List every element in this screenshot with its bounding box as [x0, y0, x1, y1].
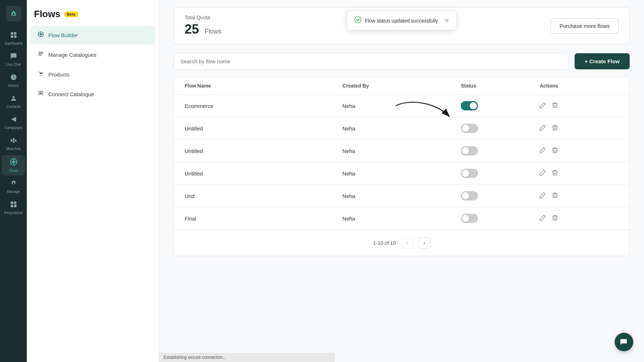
- header-actions: Actions: [540, 83, 619, 89]
- edit-icon[interactable]: [540, 147, 546, 155]
- sidebar-item-history[interactable]: History: [2, 71, 25, 90]
- status-toggle[interactable]: [461, 146, 478, 155]
- contacts-icon: [10, 95, 17, 104]
- flow-name: Untitled: [185, 125, 342, 132]
- created-by: Neha: [342, 193, 461, 199]
- table-row: Untitled Neha: [174, 140, 629, 162]
- sidebar-item-campaigns[interactable]: Campaigns: [2, 113, 25, 133]
- svg-rect-4: [14, 35, 16, 38]
- delete-icon[interactable]: [552, 147, 558, 155]
- page-title: Flows: [34, 9, 60, 20]
- flows-icon: [10, 158, 18, 168]
- edit-icon[interactable]: [540, 102, 546, 110]
- actions-cell: [540, 192, 619, 200]
- delete-icon[interactable]: [552, 102, 558, 110]
- flows-table: Flow Name Created By Status Actions Ecom…: [174, 77, 630, 256]
- svg-point-24: [40, 75, 40, 76]
- quota-number: 25: [185, 22, 199, 37]
- sidebar-item-label: Flows: [9, 169, 18, 173]
- search-input[interactable]: [174, 53, 569, 70]
- actions-cell: [540, 102, 619, 110]
- edit-icon[interactable]: [540, 169, 546, 178]
- toast-text: Flow status updated successfully: [365, 18, 438, 24]
- sidebar-item-meta-ads[interactable]: Meta Ads: [2, 134, 25, 154]
- sidebar-item-label: Dashboard: [5, 41, 22, 45]
- nav-item-connect-catalogue[interactable]: f Connect Catalogue: [30, 85, 155, 103]
- actions-cell: [540, 124, 619, 133]
- flow-name: Und: [185, 193, 342, 199]
- svg-rect-8: [15, 139, 16, 142]
- quota-label: Total Quota: [185, 15, 221, 20]
- content-area: Total Quota 25 Flows Purchase more flows…: [159, 0, 644, 362]
- actions-cell: [540, 147, 619, 155]
- flow-name: Final: [185, 215, 342, 222]
- status-toggle[interactable]: [461, 191, 478, 200]
- history-icon: [10, 74, 17, 83]
- main-content: Flow status updated successfully ✕ Total…: [159, 0, 644, 362]
- nav-item-label: Connect Catalogue: [48, 91, 94, 97]
- table-row: Untitled Neha: [174, 117, 629, 140]
- nav-item-label: Manage Catalogues: [48, 52, 96, 58]
- nav-item-label: Products: [48, 71, 69, 78]
- delete-icon[interactable]: [552, 124, 558, 133]
- toast-close-button[interactable]: ✕: [444, 17, 449, 24]
- nav-item-manage-catalogues[interactable]: Manage Catalogues: [30, 46, 155, 64]
- create-flow-button[interactable]: + Create Flow: [575, 53, 630, 69]
- sidebar-item-label: Live Chat: [6, 63, 21, 66]
- status-toggle[interactable]: [461, 101, 478, 110]
- table-header: Flow Name Created By Status Actions: [174, 77, 629, 95]
- header-status: Status: [461, 83, 540, 89]
- delete-icon[interactable]: [552, 214, 558, 223]
- delete-icon[interactable]: [552, 169, 558, 178]
- nav-item-products[interactable]: Products: [30, 65, 155, 84]
- table-row: Final Neha: [174, 207, 629, 230]
- pagination-prev-button[interactable]: ‹: [401, 237, 413, 249]
- pagination-next-button[interactable]: ›: [419, 237, 430, 249]
- status-toggle[interactable]: [461, 214, 478, 223]
- sidebar-item-flows[interactable]: Flows: [2, 155, 25, 175]
- delete-icon[interactable]: [552, 192, 558, 200]
- sidebar-item-integrations[interactable]: Integrations: [2, 198, 25, 218]
- svg-rect-21: [38, 52, 43, 53]
- svg-rect-6: [11, 139, 12, 142]
- created-by: Neha: [342, 170, 461, 177]
- meta-ads-icon: [10, 137, 17, 146]
- sidebar-item-dashboard[interactable]: Dashboard: [2, 29, 25, 48]
- sidebar-item-manage[interactable]: Manage: [2, 177, 25, 197]
- chat-bubble-button[interactable]: [615, 333, 633, 351]
- edit-icon[interactable]: [540, 124, 546, 133]
- svg-point-16: [40, 33, 42, 35]
- purchase-more-flows-button[interactable]: Purchase more flows: [551, 18, 619, 34]
- actions-cell: [540, 214, 619, 223]
- status-toggle[interactable]: [461, 169, 478, 178]
- status-toggle[interactable]: [461, 124, 478, 133]
- table-row: Ecommerce Neha: [174, 95, 629, 117]
- beta-badge: Beta: [64, 11, 78, 17]
- left-panel: Flows Beta Flow Builder Manage Catalogue…: [27, 0, 159, 362]
- table-row: Untitled Neha: [174, 162, 629, 185]
- header-created-by: Created By: [342, 83, 461, 89]
- flow-builder-icon: [38, 31, 44, 39]
- sidebar-item-contacts[interactable]: Contacts: [2, 92, 25, 111]
- flow-name: Untitled: [185, 148, 342, 154]
- svg-rect-12: [14, 202, 16, 204]
- svg-point-5: [13, 96, 15, 98]
- sidebar-item-label: Integrations: [4, 211, 23, 215]
- svg-rect-14: [14, 205, 16, 207]
- svg-rect-23: [38, 55, 42, 55]
- actions-cell: [540, 169, 619, 178]
- sidebar-item-label: Meta Ads: [6, 147, 21, 151]
- edit-icon[interactable]: [540, 214, 546, 223]
- app-logo[interactable]: [6, 6, 21, 21]
- nav-item-flow-builder[interactable]: Flow Builder: [30, 26, 155, 44]
- svg-rect-3: [11, 35, 13, 38]
- edit-icon[interactable]: [540, 192, 546, 200]
- sidebar-item-label: Manage: [7, 190, 20, 194]
- sidebar-item-live-chat[interactable]: Live Chat: [2, 50, 25, 69]
- svg-rect-2: [14, 32, 16, 35]
- sidebar-item-label: Campaigns: [4, 126, 23, 130]
- created-by: Neha: [342, 103, 461, 109]
- campaigns-icon: [10, 116, 17, 125]
- svg-rect-13: [11, 205, 13, 207]
- pagination: 1-10 of 10 ‹ ›: [174, 230, 629, 256]
